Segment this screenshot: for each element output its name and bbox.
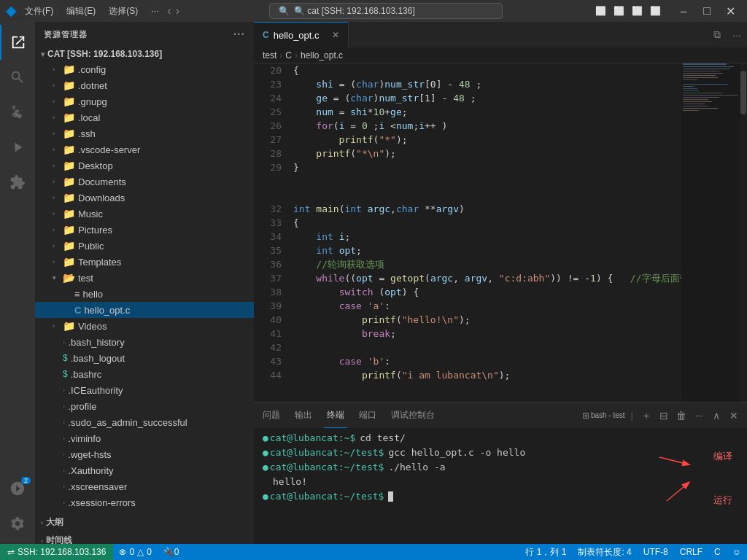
tree-item-iceauthority[interactable]: · .ICEauthority bbox=[35, 382, 254, 398]
terminal-content[interactable]: ● cat@lubancat:~$ cd test/ ● cat@lubanca… bbox=[254, 428, 747, 544]
activity-icon-search[interactable] bbox=[0, 60, 35, 95]
tree-item[interactable]: › 📁 .local bbox=[35, 109, 254, 125]
menu-edit[interactable]: 编辑(E) bbox=[62, 4, 100, 19]
tree-item-label: .config bbox=[78, 64, 106, 75]
close-button[interactable]: ✕ bbox=[719, 3, 741, 19]
status-feedback[interactable]: ☺ bbox=[727, 544, 747, 560]
tree-item-bashrc[interactable]: $ .bashrc bbox=[35, 366, 254, 382]
chevron-right-icon: › bbox=[53, 66, 60, 73]
tab-terminal[interactable]: 终端 bbox=[324, 402, 347, 428]
menu-more[interactable]: ··· bbox=[147, 4, 163, 18]
activity-icon-settings[interactable] bbox=[0, 506, 35, 541]
terminal-close-btn[interactable]: ✕ bbox=[727, 408, 741, 423]
chevron-right-icon: › bbox=[53, 194, 60, 201]
activity-icon-extensions[interactable] bbox=[0, 165, 35, 200]
terminal-more-btn[interactable]: ··· bbox=[692, 408, 706, 423]
tab-close-icon[interactable]: ✕ bbox=[332, 30, 339, 40]
tree-item[interactable]: › 📁 .ssh bbox=[35, 125, 254, 141]
dot-icon: · bbox=[63, 481, 65, 491]
status-encoding[interactable]: UTF-8 bbox=[638, 544, 674, 560]
tree-item-label: .bash_history bbox=[68, 337, 124, 348]
tree-item-sudo[interactable]: · .sudo_as_admin_successful bbox=[35, 414, 254, 430]
tree-item-templates[interactable]: › 📁 Templates bbox=[35, 254, 254, 270]
tree-item[interactable]: › 📁 .dotnet bbox=[35, 77, 254, 93]
tree-item-viminfo[interactable]: · .viminfo bbox=[35, 430, 254, 446]
minimize-button[interactable]: ‒ bbox=[673, 3, 694, 19]
timeline-section[interactable]: › 时间线 bbox=[35, 532, 254, 544]
folder-icon: 📁 bbox=[63, 144, 75, 155]
terminal-up-btn[interactable]: ∧ bbox=[709, 408, 724, 423]
activity-icon-explorer[interactable] bbox=[0, 25, 35, 60]
layout-btn-2[interactable]: ⬜ bbox=[611, 4, 627, 18]
dollar-icon: $ bbox=[63, 369, 68, 379]
tree-item[interactable]: › 📁 .config bbox=[35, 61, 254, 77]
activity-icon-run[interactable] bbox=[0, 130, 35, 165]
folder-icon: 📁 bbox=[63, 256, 75, 268]
tree-item[interactable]: › 📁 Desktop bbox=[35, 158, 254, 174]
dot-icon: · bbox=[63, 385, 65, 395]
tree-item-profile[interactable]: · .profile bbox=[35, 398, 254, 414]
tree-item[interactable]: › 📁 Music bbox=[35, 206, 254, 222]
editor-more-btn[interactable]: ··· bbox=[727, 22, 747, 47]
terminal-layout-btn[interactable]: ⊞ bash - test bbox=[582, 411, 625, 421]
tree-item[interactable]: › 📁 Pictures bbox=[35, 222, 254, 238]
breadcrumb-test[interactable]: test bbox=[263, 50, 276, 61]
vertical-scrollbar[interactable] bbox=[740, 63, 747, 402]
layout-btn-1[interactable]: ⬜ bbox=[592, 4, 609, 18]
tree-item-xscreensaver[interactable]: · .xscreensaver bbox=[35, 478, 254, 494]
outline-section[interactable]: › 大纲 bbox=[35, 513, 254, 532]
remote-indicator[interactable]: ⇌ SSH: 192.168.103.136 bbox=[0, 544, 113, 560]
status-encoding-plug[interactable]: 🔌 0 bbox=[158, 544, 185, 560]
tab-problems[interactable]: 问题 bbox=[260, 402, 283, 428]
tab-debug[interactable]: 调试控制台 bbox=[388, 402, 438, 428]
sidebar-more-icon[interactable]: ··· bbox=[233, 28, 245, 41]
tree-item-xauthority[interactable]: · .Xauthority bbox=[35, 462, 254, 478]
tab-output[interactable]: 输出 bbox=[292, 402, 315, 428]
tree-item-label: test bbox=[78, 273, 93, 284]
activity-icon-source-control[interactable] bbox=[0, 95, 35, 130]
status-errors[interactable]: ⊗ 0 △ 0 bbox=[113, 544, 157, 560]
breadcrumb-file[interactable]: hello_opt.c bbox=[301, 50, 343, 61]
tree-item-label: Documents bbox=[78, 176, 126, 187]
sidebar-root-section[interactable]: ▾ CAT [SSH: 192.168.103.136] bbox=[35, 47, 254, 61]
menu-select[interactable]: 选择(S) bbox=[104, 4, 142, 19]
terminal-add-btn[interactable]: + bbox=[639, 408, 654, 423]
tree-item-hello[interactable]: ≡ hello bbox=[35, 286, 254, 302]
tree-item-label: .bashrc bbox=[71, 369, 102, 380]
tabs-bar: C hello_opt.c ✕ ⧉ ··· bbox=[254, 22, 747, 47]
status-language[interactable]: C bbox=[708, 544, 727, 560]
layout-btn-3[interactable]: ⬜ bbox=[629, 4, 646, 18]
breadcrumb-c[interactable]: C bbox=[285, 50, 292, 61]
terminal-split-btn[interactable]: ⊟ bbox=[657, 408, 671, 423]
tree-item-downloads[interactable]: › 📁 Downloads bbox=[35, 190, 254, 206]
editor-layout-btn[interactable]: ⧉ bbox=[708, 22, 727, 47]
terminal-trash-btn[interactable]: 🗑 bbox=[674, 408, 689, 423]
tree-item[interactable]: › 📁 Public bbox=[35, 238, 254, 254]
code-content[interactable]: { shi = (char)num_str[0] - 48 ; ge = (ch… bbox=[287, 63, 681, 402]
menu-file[interactable]: 文件(F) bbox=[20, 4, 58, 19]
tab-ports[interactable]: 端口 bbox=[356, 402, 379, 428]
tree-item-videos[interactable]: › 📁 Videos bbox=[35, 318, 254, 334]
activity-icon-remote[interactable]: 2 bbox=[0, 471, 35, 506]
tree-item-bash-logout[interactable]: $ .bash_logout bbox=[35, 350, 254, 366]
maximize-button[interactable]: □ bbox=[696, 3, 718, 19]
tree-item-bash-history[interactable]: · .bash_history bbox=[35, 334, 254, 350]
layout-btn-4[interactable]: ⬜ bbox=[647, 4, 664, 18]
status-line-ending[interactable]: CRLF bbox=[674, 544, 708, 560]
tree-item-test[interactable]: ▾ 📂 test bbox=[35, 270, 254, 286]
tree-item[interactable]: › 📁 Documents bbox=[35, 174, 254, 190]
status-indent[interactable]: 制表符长度: 4 bbox=[572, 544, 637, 560]
tree-item-wget[interactable]: · .wget-hsts bbox=[35, 446, 254, 462]
nav-forward-button[interactable]: › bbox=[176, 4, 179, 18]
nav-back-button[interactable]: ‹ bbox=[167, 4, 171, 18]
tree-item-label: Templates bbox=[78, 257, 121, 268]
tree-item[interactable]: › 📁 .gnupg bbox=[35, 93, 254, 109]
tree-item-hello-opt-c[interactable]: C hello_opt.c bbox=[35, 302, 254, 318]
tree-item-xsession[interactable]: · .xsession-errors bbox=[35, 494, 254, 510]
tab-hello-opt-c[interactable]: C hello_opt.c ✕ bbox=[254, 22, 349, 47]
section-label: 大纲 bbox=[46, 516, 63, 529]
dot-icon: · bbox=[63, 449, 65, 459]
tree-item[interactable]: › 📁 .vscode-server bbox=[35, 141, 254, 158]
status-position[interactable]: 行 1，列 1 bbox=[519, 544, 572, 560]
search-box[interactable]: 🔍 🔍 cat [SSH: 192.168.103.136] bbox=[184, 3, 588, 19]
